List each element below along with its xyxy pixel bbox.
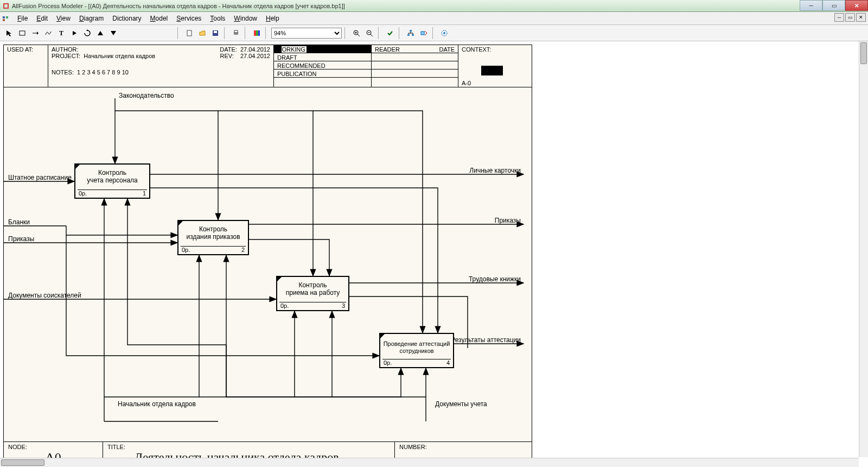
minimize-button[interactable]: ─ (800, 0, 822, 11)
svg-rect-12 (254, 30, 256, 36)
new-icon[interactable] (183, 27, 195, 39)
refresh-icon[interactable] (81, 27, 93, 39)
svg-rect-9 (214, 31, 217, 33)
zoom-in-icon[interactable] (350, 27, 362, 39)
mdi-close-button[interactable]: ✕ (856, 13, 866, 22)
menu-edit[interactable]: Edit (32, 14, 52, 23)
activity-box-4[interactable]: Проведение аттестацийсотрудников 0р.4 (379, 333, 454, 368)
context-node: A-0 (462, 80, 471, 86)
svg-rect-29 (421, 31, 424, 35)
menubar: File Edit View Diagram Dictionary Model … (0, 12, 868, 25)
label-zakon: Законодательство (119, 92, 174, 99)
context-label: CONTEXT: (462, 46, 529, 53)
mdi-restore-button[interactable]: ▭ (845, 13, 855, 22)
draft-label: DRAFT (277, 54, 297, 61)
diagram-canvas[interactable]: USED AT: AUTHOR: DATE: 27.04.2012 PROJEC… (3, 45, 532, 467)
pointer-tool[interactable] (3, 27, 15, 39)
triangle-down-icon[interactable] (107, 27, 119, 39)
label-prikazy-in: Приказы (8, 235, 34, 243)
menu-icon (2, 15, 10, 22)
save-icon[interactable] (209, 27, 221, 39)
menu-help[interactable]: Help (261, 14, 284, 23)
author-label: AUTHOR: (52, 46, 79, 53)
reader-label: READER (375, 46, 400, 53)
title-label: TITLE: (107, 444, 390, 450)
menu-diagram[interactable]: Diagram (75, 14, 108, 23)
svg-rect-11 (234, 30, 238, 33)
zoom-select[interactable]: 94% (271, 28, 342, 39)
menu-model[interactable]: Model (146, 14, 173, 23)
label-prikazy-out: Приказы (495, 217, 521, 224)
arrow-tool[interactable] (29, 27, 41, 39)
label-blanki: Бланки (8, 218, 30, 226)
label-doku: Документы учета (435, 400, 487, 408)
titlebar: AllFusion Process Modeler - [(A0) Деятел… (0, 0, 868, 12)
menu-view[interactable]: View (52, 14, 75, 23)
recommended-label: RECOMMENDED (277, 62, 326, 69)
check-icon[interactable] (384, 27, 396, 39)
svg-rect-7 (187, 30, 192, 36)
svg-rect-13 (256, 30, 258, 36)
content-area: USED AT: AUTHOR: DATE: 27.04.2012 PROJEC… (0, 41, 868, 467)
svg-rect-2 (6, 16, 8, 18)
play-icon[interactable] (68, 27, 80, 39)
used-at-label: USED AT: (7, 46, 33, 53)
mdi-minimize-button[interactable]: ─ (834, 13, 844, 22)
number-label: NUMBER: (399, 444, 527, 450)
activity-box-2[interactable]: Контрольиздания приказов 0р.2 (177, 220, 249, 255)
zoom-out-icon[interactable] (363, 27, 375, 39)
context-blackbox (481, 66, 503, 75)
svg-point-31 (443, 32, 445, 34)
vertical-scrollbar[interactable] (859, 41, 868, 457)
palette-icon[interactable] (251, 27, 263, 39)
idef0-header: USED AT: AUTHOR: DATE: 27.04.2012 PROJEC… (4, 45, 532, 87)
diagram-arrows (4, 87, 532, 441)
scrollbar-thumb[interactable] (1, 459, 44, 466)
report-icon[interactable] (438, 27, 450, 39)
print-icon[interactable] (230, 27, 242, 39)
date2-label: DATE (439, 46, 455, 53)
label-lichnye: Личные карточки (469, 167, 521, 174)
svg-rect-23 (407, 34, 410, 36)
svg-line-20 (371, 34, 373, 36)
menu-window[interactable]: Window (229, 14, 261, 23)
activity-box-3[interactable]: Контрольприема на работу 0р.3 (276, 276, 349, 311)
activity-box-1[interactable]: Контрольучета персонала 0р.1 (74, 163, 150, 199)
triangle-up-icon[interactable] (94, 27, 106, 39)
close-button[interactable]: ✕ (845, 0, 868, 11)
svg-line-16 (358, 34, 360, 36)
svg-rect-4 (20, 31, 25, 35)
svg-rect-22 (410, 30, 412, 31)
open-icon[interactable] (196, 27, 208, 39)
menu-dictionary[interactable]: Dictionary (108, 14, 145, 23)
node-label: NODE: (8, 444, 98, 450)
label-trudovye: Трудовые книжки (469, 275, 521, 283)
scrollbar-thumb[interactable] (860, 42, 867, 64)
publication-label: PUBLICATION (277, 71, 317, 77)
svg-rect-14 (258, 30, 260, 36)
label-rezultaty: Результаты аттестации (451, 336, 521, 344)
menu-file[interactable]: File (13, 14, 32, 23)
label-shtat: Штатное расписание (8, 174, 72, 181)
svg-rect-24 (412, 34, 414, 36)
menu-services[interactable]: Services (172, 14, 206, 23)
maximize-button[interactable]: ▭ (822, 0, 845, 11)
squiggle-tool[interactable] (42, 27, 54, 39)
app-icon (2, 2, 10, 10)
goto-icon[interactable] (418, 27, 430, 39)
toolbar: T 94% (0, 25, 868, 41)
window-title: AllFusion Process Modeler - [(A0) Деятел… (12, 3, 866, 9)
label-nachalnik: Начальник отдела кадров (118, 400, 196, 408)
svg-rect-0 (4, 4, 8, 8)
tree-icon[interactable] (405, 27, 417, 39)
svg-rect-1 (3, 16, 5, 18)
svg-text:T: T (59, 29, 63, 37)
svg-rect-3 (3, 19, 5, 21)
label-dokumenty: Документы соискателей (8, 292, 81, 299)
diagram-area[interactable]: Законодательство Штатное расписание Блан… (4, 87, 532, 441)
text-tool[interactable]: T (55, 27, 67, 39)
horizontal-scrollbar[interactable] (0, 458, 859, 467)
activity-box-tool[interactable] (16, 27, 28, 39)
menu-tools[interactable]: Tools (206, 14, 229, 23)
